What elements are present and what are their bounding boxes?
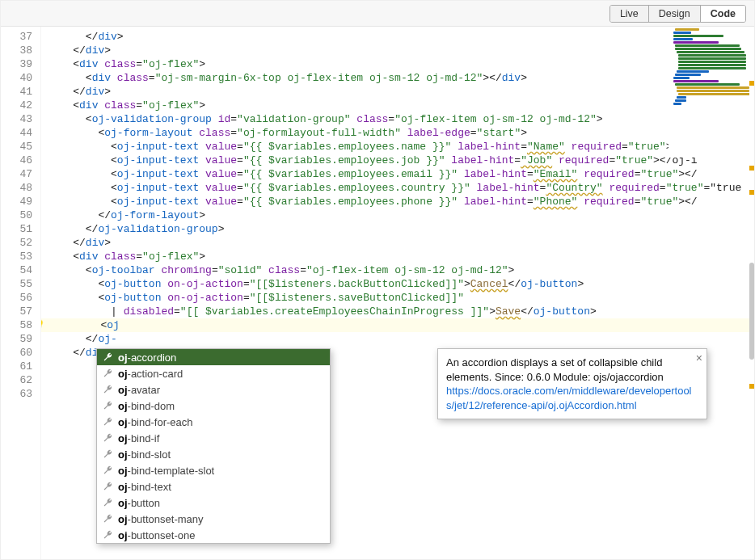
line-number: 55 <box>1 277 32 291</box>
minimap-line <box>677 86 749 89</box>
line-number: 63 <box>1 387 32 401</box>
line-number: 59 <box>1 332 32 346</box>
minimap[interactable] <box>669 28 749 158</box>
line-number-gutter: 3738394041424344454647484950515253545556… <box>1 27 41 559</box>
minimap-line <box>678 67 746 69</box>
documentation-link[interactable]: https://docs.oracle.com/en/middleware/de… <box>446 385 692 411</box>
line-number: 50 <box>1 208 32 222</box>
autocomplete-label: oj-action-card <box>118 368 183 380</box>
code-line: <oj-form-layout class="oj-formlayout-ful… <box>48 126 754 140</box>
wrench-icon <box>102 432 113 444</box>
scrollbar-thumb[interactable] <box>749 263 754 360</box>
line-number: 51 <box>1 222 32 236</box>
autocomplete-item[interactable]: oj-bind-dom <box>97 398 330 414</box>
minimap-line <box>678 61 746 63</box>
line-number: 37 <box>1 30 32 44</box>
line-number: 43 <box>1 112 32 126</box>
code-line: </div> <box>48 236 754 250</box>
code-line: 💡 <oj <box>41 318 754 332</box>
minimap-line <box>675 28 699 31</box>
code-line: </oj-form-layout> <box>48 208 754 222</box>
code-line: </oj- <box>48 332 754 346</box>
minimap-line <box>673 38 693 40</box>
code-line: <oj-input-text value="{{ $variables.empl… <box>48 181 754 195</box>
minimap-line <box>675 48 741 50</box>
minimap-line <box>675 99 686 102</box>
autocomplete-item[interactable]: oj-bind-slot <box>97 446 330 462</box>
code-line: <oj-input-text value="{{ $variables.empl… <box>48 140 754 154</box>
code-line: </div> <box>48 44 754 57</box>
code-line: <div class="oj-sm-margin-6x-top oj-flex-… <box>48 71 754 85</box>
autocomplete-label: oj-buttonset-many <box>118 513 204 525</box>
autocomplete-item[interactable]: oj-action-card <box>97 365 330 381</box>
live-tab[interactable]: Live <box>610 6 649 22</box>
wrench-icon <box>102 400 113 411</box>
autocomplete-popup[interactable]: oj-accordionoj-action-cardoj-avataroj-bi… <box>96 348 331 544</box>
line-number: 38 <box>1 44 32 57</box>
autocomplete-item[interactable]: oj-accordion <box>97 349 330 365</box>
code-line: <div class="oj-flex"> <box>48 99 754 112</box>
code-line: <oj-button on-oj-action="[[$listeners.ba… <box>48 277 754 291</box>
minimap-line <box>673 80 719 82</box>
code-line: | disabled="[[ $variables.createEmployee… <box>48 305 754 318</box>
line-number: 44 <box>1 126 32 140</box>
line-number: 58 <box>1 318 32 332</box>
autocomplete-item[interactable]: oj-avatar <box>97 381 330 398</box>
autocomplete-item[interactable]: oj-bind-if <box>97 430 330 446</box>
warning-marker[interactable] <box>749 166 754 171</box>
wrench-icon <box>102 529 113 541</box>
warning-marker[interactable] <box>749 190 754 195</box>
minimap-line <box>677 96 686 99</box>
autocomplete-item[interactable]: oj-buttonset-many <box>97 511 330 527</box>
wrench-icon <box>102 513 113 524</box>
minimap-line <box>673 32 691 34</box>
code-line: <div class="oj-flex"> <box>48 250 754 263</box>
code-line: <oj-validation-group id="validation-grou… <box>48 112 754 126</box>
wrench-icon <box>102 497 113 508</box>
autocomplete-label: oj-bind-for-each <box>118 416 193 428</box>
line-number: 53 <box>1 250 32 263</box>
code-line: <oj-input-text value="{{ $variables.empl… <box>48 167 754 181</box>
line-number: 39 <box>1 57 32 71</box>
design-tab[interactable]: Design <box>649 6 701 22</box>
documentation-text: An accordion displays a set of collapsib… <box>446 356 664 383</box>
minimap-line <box>675 44 740 47</box>
line-number: 47 <box>1 167 32 181</box>
line-number: 54 <box>1 263 32 277</box>
lightbulb-icon[interactable]: 💡 <box>41 320 45 331</box>
autocomplete-label: oj-avatar <box>118 384 160 396</box>
minimap-line <box>678 57 746 60</box>
minimap-line <box>673 41 719 44</box>
autocomplete-label: oj-bind-template-slot <box>118 465 214 477</box>
autocomplete-item[interactable]: oj-button <box>97 495 330 511</box>
line-number: 49 <box>1 195 32 208</box>
line-number: 61 <box>1 360 32 373</box>
autocomplete-item[interactable]: oj-buttonset-one <box>97 527 330 543</box>
code-line: </div> <box>48 30 754 44</box>
code-line: <oj-toolbar chroming="solid" class="oj-f… <box>48 263 754 277</box>
autocomplete-item[interactable]: oj-bind-for-each <box>97 414 330 430</box>
code-tab[interactable]: Code <box>701 6 745 22</box>
code-line: <oj-input-text value="{{ $variables.empl… <box>48 195 754 208</box>
warning-marker[interactable] <box>749 384 754 389</box>
annotation-rail <box>749 28 754 545</box>
wrench-icon <box>102 352 113 363</box>
autocomplete-item[interactable]: oj-bind-text <box>97 478 330 495</box>
line-number: 48 <box>1 181 32 195</box>
view-switcher: Live Design Code <box>609 5 746 23</box>
minimap-line <box>678 93 749 95</box>
autocomplete-label: oj-accordion <box>118 352 176 364</box>
warning-marker[interactable] <box>749 81 754 86</box>
code-line: <oj-input-text value="{{ $variables.empl… <box>48 154 754 167</box>
code-line: <div class="oj-flex"> <box>48 57 754 71</box>
view-switcher-toolbar: Live Design Code <box>1 1 754 27</box>
autocomplete-label: oj-button <box>118 497 160 509</box>
autocomplete-item[interactable]: oj-bind-template-slot <box>97 462 330 478</box>
code-line: <oj-button on-oj-action="[[$listeners.sa… <box>48 291 754 305</box>
close-icon[interactable]: × <box>696 352 702 364</box>
line-number: 46 <box>1 154 32 167</box>
minimap-line <box>677 90 749 92</box>
autocomplete-label: oj-bind-dom <box>118 400 175 412</box>
minimap-line <box>675 74 701 76</box>
line-number: 56 <box>1 291 32 305</box>
